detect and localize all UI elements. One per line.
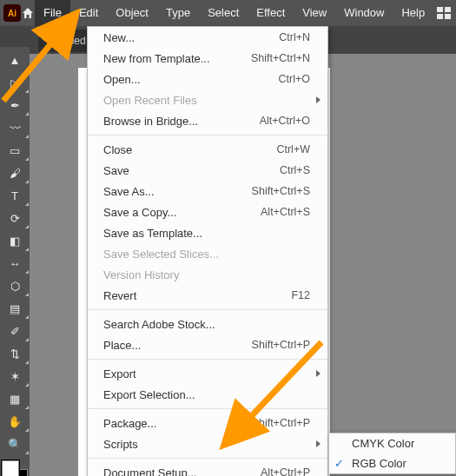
menu-item-label: Place...	[103, 339, 252, 352]
menu-item-label: Document Setup...	[103, 466, 261, 477]
menu-item-shortcut: Alt+Ctrl+P	[261, 466, 310, 476]
submenu-item-label: CMYK Color	[352, 437, 414, 450]
menu-item-shortcut: Ctrl+O	[279, 73, 310, 85]
width-tool[interactable]: ↔	[0, 252, 30, 274]
tools-panel: ▲▷✒〰▭🖌T⟳◧↔⬡▤✐⇅✶▦✋🔍	[0, 47, 30, 476]
menu-item-open-recent-files: Open Recent Files	[88, 89, 327, 110]
curvature-tool[interactable]: 〰	[0, 116, 30, 139]
menu-separator	[88, 359, 327, 360]
eraser-tool[interactable]: ◧	[0, 229, 30, 252]
menu-item-save-selected-slices: Save Selected Slices...	[88, 243, 327, 264]
menu-item-label: Save As...	[103, 185, 252, 198]
menu-item-scripts[interactable]: Scripts	[88, 433, 327, 454]
blend-tool[interactable]: ⇅	[0, 342, 30, 365]
svg-rect-2	[437, 7, 443, 12]
hand-tool[interactable]: ✋	[0, 410, 30, 433]
rectangle-tool[interactable]: ▭	[0, 139, 30, 162]
menu-separator	[88, 309, 327, 310]
menu-separator	[88, 458, 327, 459]
submenu-item-rgb-color[interactable]: ✓RGB Color	[329, 453, 455, 473]
menu-item-save-as-template[interactable]: Save as Template...	[88, 222, 327, 243]
file-menu: New...Ctrl+NNew from Template...Shift+Ct…	[87, 26, 328, 476]
fill-stroke-swatches[interactable]	[2, 460, 28, 476]
menu-item-label: Export Selection...	[103, 388, 310, 401]
selection-tool[interactable]: ▲	[0, 49, 30, 71]
menu-help[interactable]: Help	[393, 0, 433, 26]
menu-item-shortcut: Ctrl+W	[276, 143, 310, 155]
rotate-tool[interactable]: ⟳	[0, 207, 30, 229]
menu-item-label: Browse in Bridge...	[103, 115, 260, 128]
home-icon[interactable]	[21, 0, 35, 26]
menu-item-version-history: Version History	[88, 264, 327, 285]
menu-item-label: Open...	[103, 73, 279, 86]
menu-item-place[interactable]: Place...Shift+Ctrl+P	[88, 334, 327, 355]
menu-item-shortcut: Shift+Ctrl+N	[251, 52, 310, 64]
menu-item-label: Export	[103, 367, 310, 380]
menu-item-label: New...	[103, 31, 279, 44]
svg-rect-5	[445, 14, 451, 19]
zoom-tool[interactable]: 🔍	[0, 433, 30, 455]
menu-edit[interactable]: Edit	[70, 0, 107, 26]
menu-effect[interactable]: Effect	[248, 0, 294, 26]
check-icon: ✓	[334, 457, 344, 470]
menu-item-revert[interactable]: RevertF12	[88, 285, 327, 306]
menu-item-export-selection[interactable]: Export Selection...	[88, 384, 327, 405]
menu-item-document-setup[interactable]: Document Setup...Alt+Ctrl+P	[88, 462, 327, 476]
menu-item-save[interactable]: SaveCtrl+S	[88, 160, 327, 181]
menu-item-label: Package...	[103, 417, 233, 430]
menu-separator	[88, 135, 327, 136]
artboard-tool[interactable]: ▦	[0, 387, 30, 410]
menu-item-label: Search Adobe Stock...	[103, 318, 310, 331]
menu-item-new-from-template[interactable]: New from Template...Shift+Ctrl+N	[88, 48, 327, 69]
submenu-item-cmyk-color[interactable]: CMYK Color	[329, 433, 455, 453]
menu-item-shortcut: F12	[291, 289, 310, 301]
menu-item-browse-in-bridge[interactable]: Browse in Bridge...Alt+Ctrl+O	[88, 110, 327, 131]
menu-item-label: Open Recent Files	[103, 94, 310, 107]
menu-item-label: Save Selected Slices...	[103, 248, 310, 261]
menu-item-label: Revert	[103, 289, 291, 302]
symbol-sprayer-tool[interactable]: ✶	[0, 365, 30, 387]
document-tab-label: Untitled	[50, 35, 86, 47]
type-tool[interactable]: T	[0, 184, 30, 207]
menu-item-label: Scripts	[103, 438, 310, 451]
gradient-tool[interactable]: ▤	[0, 297, 30, 320]
submenu-item-label: RGB Color	[352, 457, 406, 470]
shape-builder-tool[interactable]: ⬡	[0, 274, 30, 297]
menu-window[interactable]: Window	[335, 0, 393, 26]
menubar: Ai File Edit Object Type Select Effect V…	[0, 0, 456, 26]
menu-item-search-adobe-stock[interactable]: Search Adobe Stock...	[88, 314, 327, 334]
svg-text:Ai: Ai	[8, 9, 17, 18]
pen-tool[interactable]: ✒	[0, 94, 30, 116]
menu-item-open[interactable]: Open...Ctrl+O	[88, 69, 327, 89]
menu-item-shortcut: Shift+Ctrl+S	[252, 185, 310, 197]
menu-item-label: New from Template...	[103, 52, 251, 65]
menu-item-close[interactable]: CloseCtrl+W	[88, 139, 327, 160]
menu-item-label: Close	[103, 143, 276, 156]
arrange-documents-icon[interactable]	[433, 3, 454, 23]
menu-view[interactable]: View	[294, 0, 335, 26]
paintbrush-tool[interactable]: 🖌	[0, 162, 30, 184]
menu-object[interactable]: Object	[107, 0, 157, 26]
menu-item-label: Save	[103, 164, 280, 177]
menu-select[interactable]: Select	[199, 0, 248, 26]
svg-rect-3	[445, 7, 451, 12]
menu-item-package[interactable]: Package...Alt+Shift+Ctrl+P	[88, 413, 327, 433]
menu-item-save-as[interactable]: Save As...Shift+Ctrl+S	[88, 181, 327, 202]
menu-item-label: Save as Template...	[103, 227, 310, 240]
menu-item-shortcut: Ctrl+S	[280, 164, 310, 176]
direct-selection-tool[interactable]: ▷	[0, 71, 30, 94]
menu-item-shortcut: Ctrl+N	[279, 31, 310, 43]
menu-item-shortcut: Alt+Ctrl+S	[261, 206, 310, 218]
document-color-mode-submenu: CMYK Color✓RGB Color	[328, 433, 456, 474]
eyedropper-tool[interactable]: ✐	[0, 320, 30, 342]
menu-item-export[interactable]: Export	[88, 363, 327, 384]
menu-item-shortcut: Alt+Ctrl+O	[260, 115, 310, 127]
menu-item-new[interactable]: New...Ctrl+N	[88, 27, 327, 48]
menu-separator	[88, 408, 327, 409]
app-logo-icon: Ai	[3, 0, 21, 26]
menu-item-save-a-copy[interactable]: Save a Copy...Alt+Ctrl+S	[88, 202, 327, 222]
menu-item-shortcut: Alt+Shift+Ctrl+P	[233, 417, 310, 429]
menu-item-shortcut: Shift+Ctrl+P	[252, 339, 310, 351]
menu-file[interactable]: File	[35, 0, 70, 26]
menu-type[interactable]: Type	[157, 0, 199, 26]
